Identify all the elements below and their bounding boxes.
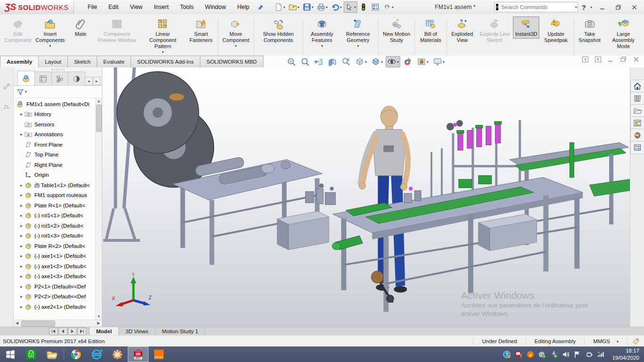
menu-view[interactable]: View [125, 1, 148, 13]
minimize-button[interactable] [596, 2, 608, 12]
scroll-thumb[interactable] [21, 321, 55, 327]
tree-item-part[interactable]: ▸FM1 support rouleaux [14, 190, 102, 201]
view-settings-button[interactable]: ▾ [431, 56, 446, 67]
previous-view-button[interactable] [313, 56, 325, 67]
dropdown-caret-icon[interactable]: ▾ [49, 44, 51, 48]
internet-explorer-button[interactable] [86, 346, 107, 362]
first-tab-button[interactable] [49, 328, 58, 335]
tree-vertical-scrollbar[interactable]: ▲ ▼ [95, 98, 102, 320]
take-snapshot-button[interactable]: Take Snapshot [576, 16, 604, 45]
exploded-view-button[interactable]: Exploded View [448, 16, 477, 45]
expand-arrow-icon[interactable]: ▸ [18, 284, 25, 289]
zoom-to-fit-button[interactable] [285, 56, 297, 67]
open-button[interactable]: ▾ [287, 1, 301, 13]
scroll-thumb[interactable] [96, 105, 102, 132]
tree-item-sensors[interactable]: Sensors [14, 119, 102, 130]
doc-restore-button[interactable] [620, 57, 627, 62]
menu-tools[interactable]: Tools [175, 1, 199, 13]
menu-insert[interactable]: Insert [149, 1, 173, 13]
tree-item-part[interactable]: ▸(f) Table1<1> (Default< [14, 180, 102, 190]
expand-arrow-icon[interactable]: ▸ [18, 274, 25, 279]
storage-box-right[interactable] [479, 214, 537, 251]
instant3d-button[interactable]: Instant3D [513, 16, 539, 39]
assembly-3d-model[interactable] [102, 67, 630, 326]
dropdown-caret-icon[interactable]: ▾ [340, 5, 342, 9]
helm-settings-button[interactable] [107, 346, 128, 362]
tree-item-part[interactable]: ▸(-) rol1<2> (Default< [14, 221, 102, 231]
help-caret-icon[interactable]: ▾ [590, 5, 592, 9]
insert-components-button[interactable]: Insert Components▾ [33, 16, 67, 49]
large-assembly-mode-button[interactable]: Large Assembly Mode [604, 16, 644, 51]
last-tab-button[interactable] [77, 328, 86, 335]
dropdown-caret-icon[interactable]: ▾ [397, 60, 399, 64]
move-component-button[interactable]: Move Component▾ [220, 16, 252, 49]
scroll-right-arrow[interactable]: ▶ [95, 320, 102, 326]
tree-item-origin[interactable]: Origin [14, 170, 102, 181]
update-speedpak-button[interactable]: Update Speedpak [539, 16, 572, 45]
menu-edit[interactable]: Edit [103, 1, 124, 13]
doc-minimize-button[interactable] [608, 57, 614, 62]
doc-tab-motion-study[interactable]: Motion Study 1 [156, 327, 206, 336]
chrome-button[interactable] [66, 346, 86, 362]
options-button[interactable]: ▾ [381, 1, 395, 13]
dropdown-caret-icon[interactable]: ▾ [381, 60, 383, 64]
graphics-viewport[interactable]: Y X Z Activer Windows Accédez aux paramè… [102, 67, 630, 327]
tab-evaluate[interactable]: Evaluate [97, 56, 131, 67]
new-document-button[interactable]: ▾ [273, 1, 287, 13]
show-hidden-components-button[interactable]: Show Hidden Components [255, 16, 301, 45]
next-tab-button[interactable] [68, 328, 77, 335]
reference-geometry-button[interactable]: Reference Geometry▾ [339, 16, 377, 49]
dynamic-annotation-views-button[interactable] [340, 56, 352, 67]
dropdown-caret-icon[interactable]: ▾ [357, 44, 359, 48]
tray-volume-icon[interactable] [562, 351, 570, 358]
tab-configuration-manager[interactable] [51, 72, 69, 85]
scroll-up-arrow[interactable]: ▲ [96, 98, 102, 104]
expand-arrow-icon[interactable]: ▸ [18, 294, 25, 299]
previous-window-button[interactable] [582, 57, 588, 62]
select-button[interactable]: ▾ [344, 1, 357, 13]
expand-arrow-icon[interactable]: ▸ [18, 233, 25, 238]
windows-store-button[interactable] [21, 346, 41, 362]
tree-root[interactable]: FM1v1 assem (Default<Di [14, 99, 102, 109]
tree-item-part[interactable]: ▸P2<1> (Default<<Def [14, 281, 102, 292]
search-scope-icon[interactable]: > [496, 4, 498, 10]
menu-file[interactable]: File [83, 1, 102, 13]
zoom-to-area-button[interactable] [299, 56, 311, 67]
home-tab-button[interactable] [630, 80, 644, 93]
filter-caret-icon[interactable]: ▾ [25, 90, 27, 94]
tray-help-icon[interactable]: ? [503, 351, 511, 358]
help-button[interactable]: ? [582, 3, 586, 11]
dropdown-caret-icon[interactable]: ▾ [235, 44, 237, 48]
mate-button[interactable]: Mate [67, 16, 94, 39]
tab-solidworks-add-ins[interactable]: SOLIDWORKS Add-Ins [131, 56, 200, 67]
tab-layout[interactable]: Layout [38, 56, 68, 67]
dropdown-caret-icon[interactable]: ▾ [162, 50, 164, 54]
doc-tab-3d-views[interactable]: 3D Views [119, 327, 155, 336]
dropdown-caret-icon[interactable]: ▾ [427, 60, 429, 64]
expand-arrow-icon[interactable]: ▸ [18, 203, 25, 208]
expand-arrow-icon[interactable]: ▸ [18, 244, 25, 248]
expand-arrow-icon[interactable]: ▸ [18, 213, 25, 218]
expand-arrow-icon[interactable]: ▸ [18, 223, 25, 228]
tree-item-top-plane[interactable]: Top Plane [14, 150, 102, 160]
tree-item-part[interactable]: ▸(-) rol1<3> (Default< [14, 231, 102, 241]
edit-appearance-button[interactable] [402, 56, 414, 67]
view-orientation-button[interactable]: ▾ [354, 56, 368, 67]
tray-language-flag-icon[interactable] [574, 351, 581, 358]
tree-item-part[interactable]: ▸P2<2> (Default<<Def [14, 292, 102, 302]
expand-arrow-icon[interactable]: ▸ [18, 132, 25, 137]
tray-update-icon[interactable] [538, 351, 546, 358]
rebuild-button[interactable] [358, 1, 369, 13]
dropdown-caret-icon[interactable]: ▾ [283, 5, 285, 9]
expand-arrow-icon[interactable]: ▸ [18, 112, 25, 116]
tab-assembly[interactable]: Assembly [0, 56, 39, 67]
tree-item-right-plane[interactable]: Right Plane [14, 160, 102, 170]
expand-arrow-icon[interactable]: ▸ [18, 264, 25, 269]
tray-avast-icon[interactable]: a [527, 351, 534, 358]
display-style-button[interactable]: ▾ [370, 56, 384, 67]
undo-button[interactable]: ▾ [330, 1, 343, 13]
expand-arrow-icon[interactable]: ▸ [18, 304, 25, 309]
tree-horizontal-scrollbar[interactable]: ◀ ▶ [14, 320, 102, 327]
expand-arrow-icon[interactable]: ▸ [18, 254, 25, 258]
tab-dimxpert-manager[interactable] [68, 72, 85, 85]
